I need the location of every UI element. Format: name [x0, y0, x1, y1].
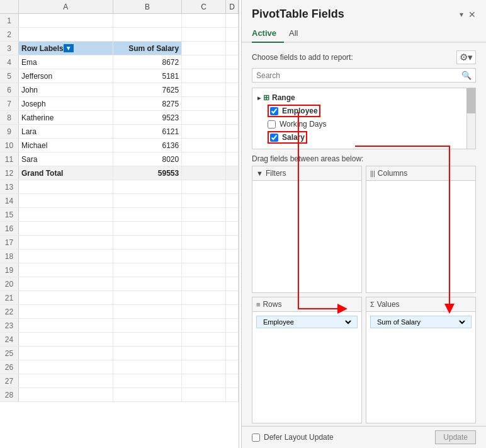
cell-a[interactable]: Michael	[19, 139, 113, 152]
cell-c[interactable]	[182, 360, 226, 374]
cell-a[interactable]	[19, 360, 113, 374]
cell-a[interactable]: Row Labels ▼	[19, 42, 113, 55]
cell-b[interactable]	[113, 263, 183, 277]
cell-b[interactable]: 8275	[113, 97, 183, 110]
cell-a[interactable]	[19, 250, 113, 263]
cell-c[interactable]	[182, 42, 226, 55]
cell-d[interactable]	[226, 152, 239, 166]
cell-c[interactable]	[182, 250, 226, 263]
cell-d[interactable]	[226, 28, 239, 41]
cell-c[interactable]	[182, 166, 226, 180]
cell-a[interactable]: John	[19, 83, 113, 96]
settings-icon[interactable]: ⚙▾	[456, 50, 476, 64]
cell-b[interactable]	[113, 250, 183, 263]
cell-a[interactable]: Sara	[19, 152, 113, 166]
cell-b[interactable]: 59553	[113, 166, 183, 180]
cell-c[interactable]	[182, 291, 226, 304]
values-salary-select[interactable]: Sum of Salary	[375, 318, 467, 326]
cell-c[interactable]	[182, 333, 226, 346]
cell-a[interactable]	[19, 305, 113, 318]
cell-c[interactable]	[182, 14, 226, 27]
cell-c[interactable]	[182, 388, 226, 401]
cell-b[interactable]	[113, 14, 183, 27]
cell-d[interactable]	[226, 14, 239, 27]
cell-d[interactable]	[226, 208, 239, 221]
cell-a[interactable]	[19, 347, 113, 360]
cell-a[interactable]	[19, 28, 113, 41]
cell-a[interactable]	[19, 263, 113, 277]
filters-area[interactable]: ▼ Filters	[252, 166, 362, 293]
cell-b[interactable]: 6121	[113, 125, 183, 138]
cell-c[interactable]	[182, 277, 226, 290]
cell-a[interactable]: Katherine	[19, 111, 113, 124]
cell-d[interactable]	[226, 111, 239, 124]
cell-d[interactable]	[226, 374, 239, 388]
rows-content[interactable]: Employee	[252, 312, 361, 423]
cell-c[interactable]	[182, 69, 226, 83]
cell-a[interactable]: Grand Total	[19, 166, 113, 180]
cell-c[interactable]	[182, 125, 226, 138]
scrollbar-thumb[interactable]	[466, 88, 475, 113]
cell-b[interactable]	[113, 291, 183, 304]
employee-checkbox[interactable]	[270, 107, 278, 115]
rows-chip-employee[interactable]: Employee	[256, 316, 358, 328]
cell-b[interactable]	[113, 319, 183, 332]
cell-b[interactable]	[113, 305, 183, 318]
cell-a[interactable]	[19, 236, 113, 249]
cell-b[interactable]	[113, 347, 183, 360]
cell-d[interactable]	[226, 250, 239, 263]
cell-b[interactable]	[113, 222, 183, 235]
cell-b[interactable]: 8020	[113, 152, 183, 166]
cell-c[interactable]	[182, 83, 226, 96]
cell-c[interactable]	[182, 180, 226, 193]
cell-a[interactable]	[19, 333, 113, 346]
values-content[interactable]: Sum of Salary	[366, 312, 475, 423]
cell-c[interactable]	[182, 111, 226, 124]
columns-area[interactable]: ||| Columns	[366, 166, 476, 293]
cell-c[interactable]	[182, 347, 226, 360]
cell-c[interactable]	[182, 97, 226, 110]
cell-d[interactable]	[226, 319, 239, 332]
cell-d[interactable]	[226, 347, 239, 360]
cell-b[interactable]: 6136	[113, 139, 183, 152]
defer-label[interactable]: Defer Layout Update	[252, 433, 334, 442]
cell-b[interactable]: 8672	[113, 55, 183, 69]
close-icon[interactable]: ✕	[468, 9, 476, 20]
cell-b[interactable]: 9523	[113, 111, 183, 124]
field-employee[interactable]: Employee	[252, 103, 475, 118]
cell-d[interactable]	[226, 291, 239, 304]
cell-d[interactable]	[226, 388, 239, 401]
cell-a[interactable]: Lara	[19, 125, 113, 138]
cell-d[interactable]	[226, 333, 239, 346]
cell-d[interactable]	[226, 236, 239, 249]
cell-d[interactable]	[226, 305, 239, 318]
cell-c[interactable]	[182, 222, 226, 235]
cell-d[interactable]	[226, 194, 239, 207]
cell-d[interactable]	[226, 55, 239, 69]
update-button[interactable]: Update	[435, 430, 476, 444]
cell-a[interactable]: Ema	[19, 55, 113, 69]
cell-a[interactable]	[19, 277, 113, 290]
cell-b[interactable]	[113, 208, 183, 221]
cell-b[interactable]	[113, 236, 183, 249]
cell-c[interactable]	[182, 139, 226, 152]
fields-scrollbar[interactable]	[466, 88, 475, 149]
tab-active[interactable]: Active	[252, 26, 284, 43]
cell-b[interactable]	[113, 194, 183, 207]
cell-d[interactable]	[226, 360, 239, 374]
cell-a[interactable]	[19, 194, 113, 207]
cell-a[interactable]	[19, 388, 113, 401]
cell-d[interactable]	[226, 166, 239, 180]
cell-c[interactable]	[182, 55, 226, 69]
rows-employee-select[interactable]: Employee	[261, 318, 353, 326]
cell-b[interactable]	[113, 360, 183, 374]
working-days-checkbox[interactable]	[268, 120, 276, 129]
cell-c[interactable]	[182, 305, 226, 318]
values-chip-salary[interactable]: Sum of Salary	[370, 316, 472, 328]
cell-c[interactable]	[182, 236, 226, 249]
cell-b[interactable]	[113, 374, 183, 388]
cell-c[interactable]	[182, 263, 226, 277]
values-area[interactable]: Σ Values Sum of Salary	[366, 297, 476, 424]
cell-a[interactable]	[19, 374, 113, 388]
cell-c[interactable]	[182, 194, 226, 207]
